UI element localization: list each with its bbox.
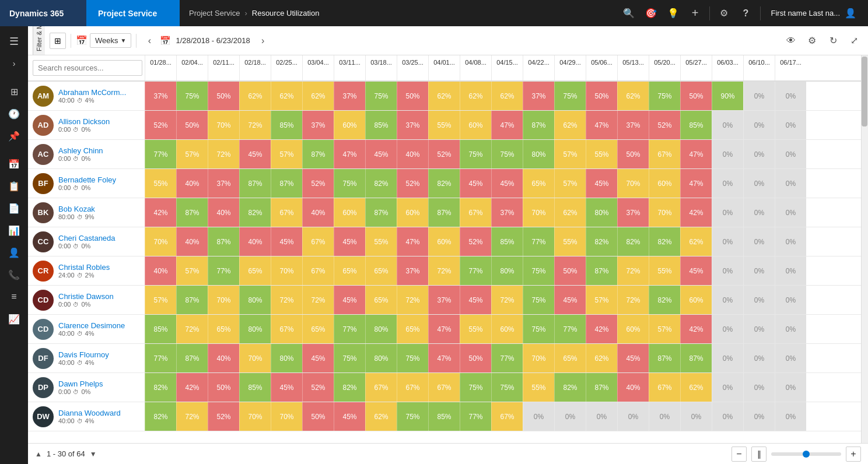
util-cell: 50% [586,82,617,110]
resource-row: DPDawn Phelps0:00⏱0%82%42%50%85%45%52%82… [28,373,861,402]
avatar: AC [33,144,54,165]
util-cell: 87% [586,373,617,402]
util-cell: 37% [523,82,554,110]
page-up-btn[interactable]: ▲ [35,450,42,458]
util-cell: 77% [460,402,491,431]
util-cell: 52% [428,140,460,168]
bulb-icon-btn[interactable]: 💡 [663,0,684,26]
util-cell: 60% [428,227,460,256]
util-cell: 50% [397,82,428,110]
col-header-11: 04/15... [491,55,523,80]
util-cell: 47% [428,315,460,343]
resource-name[interactable]: Christie Dawson [58,292,114,301]
util-cell: 55% [460,315,491,343]
sidebar-report-icon[interactable]: 📈 [2,308,26,329]
zoom-slider[interactable] [771,452,841,456]
util-cell: 87% [271,169,302,198]
util-cell: 60% [334,111,365,139]
util-cell: 37% [491,198,523,227]
resource-name[interactable]: Abraham McCorm... [58,88,126,97]
util-cell: 75% [554,82,586,110]
next-date-btn[interactable]: › [255,33,271,49]
search-resources-input[interactable] [33,60,142,76]
util-cell: 60% [397,198,428,227]
util-cell: 75% [491,140,523,168]
zoom-out-btn[interactable]: − [732,447,747,462]
util-cell: 50% [302,402,334,431]
resource-name[interactable]: Dawn Phelps [58,379,103,388]
util-cell: 45% [365,140,397,168]
sidebar-tasks-icon[interactable]: 📋 [2,175,26,196]
util-cell: 75% [491,373,523,402]
util-cell: 0% [523,402,554,431]
util-cell: 57% [145,286,176,314]
question-icon-btn[interactable]: ? [736,0,757,26]
util-cell: 82% [239,198,271,227]
util-cell: 60% [680,286,712,314]
util-cell: 85% [680,111,712,139]
util-cell: 72% [428,256,460,285]
weeks-dropdown[interactable]: Weeks ▼ [90,33,131,48]
sidebar-recent-icon[interactable]: 🕐 [2,103,26,124]
col-header-19: 06/10... [743,55,775,80]
sidebar-phone-icon[interactable]: 📞 [2,264,26,285]
resource-name[interactable]: Clarence Desimone [58,321,125,330]
sidebar-chart-icon[interactable]: 📊 [2,220,26,241]
util-cell: 70% [208,111,239,139]
util-cell: 85% [239,373,271,402]
util-cell: 60% [491,315,523,343]
util-cell: 47% [680,169,712,198]
sidebar-menu-icon[interactable]: ☰ [2,31,26,52]
prev-date-btn[interactable]: ‹ [141,33,158,49]
util-cell: 75% [365,82,397,110]
sidebar-docs-icon[interactable]: 📄 [2,198,26,219]
project-service-nav[interactable]: Project Service [86,0,180,26]
util-cell: 87% [428,198,460,227]
sidebar-pinned-icon[interactable]: 📌 [2,125,26,146]
eye-view-btn[interactable]: 👁 [782,31,800,50]
sidebar-home-icon[interactable]: ⊞ [2,81,26,102]
pause-btn[interactable]: ‖ [751,447,766,462]
date-range-icon: 📅 [160,36,171,46]
util-cell: 75% [649,82,680,110]
sidebar-person-icon[interactable]: 👤 [2,242,26,263]
dynamics-365-nav[interactable]: Dynamics 365 [0,0,86,26]
resource-name[interactable]: Dianna Woodward [58,409,121,417]
filter-map-view-tab[interactable]: Filter & Map View [33,26,45,55]
user-profile[interactable]: First name Last na... 👤 [764,0,864,26]
gear-icon-btn[interactable]: ⚙ [713,0,734,26]
settings-btn[interactable]: ⚙ [803,31,821,50]
resource-meta: 0:00⏱0% [58,184,116,191]
sidebar-expand-icon[interactable]: › [2,53,26,74]
util-cell: 0% [712,227,743,256]
resource-name[interactable]: Davis Flournoy [58,350,109,359]
sidebar-calendar-icon[interactable]: 📅 [2,153,26,174]
util-cell: 85% [428,402,460,431]
util-cell: 77% [208,256,239,285]
sidebar-list-icon[interactable]: ≡ [2,286,26,307]
util-cell: 72% [617,286,649,314]
resource-meta: 0:00⏱0% [58,155,103,162]
util-cell: 37% [145,82,176,110]
resource-name[interactable]: Bob Kozak [58,205,95,213]
zoom-in-btn[interactable]: + [846,447,861,462]
breadcrumb-item-1[interactable]: Project Service [189,9,240,17]
plus-icon-btn[interactable]: + [685,0,706,26]
dynamics-365-label: Dynamics 365 [9,9,64,18]
resource-name[interactable]: Bernadette Foley [58,175,116,184]
resource-name[interactable]: Cheri Castaneda [58,234,116,242]
refresh-btn[interactable]: ↻ [824,31,842,50]
util-cell: 62% [586,344,617,372]
grid-view-btn[interactable]: ⊞ [50,33,66,49]
util-cell: 60% [617,315,649,343]
util-cell: 85% [365,111,397,139]
search-icon-btn[interactable]: 🔍 [618,0,639,26]
resource-name[interactable]: Ashley Chinn [58,146,103,155]
util-cell: 45% [334,227,365,256]
target-icon-btn[interactable]: 🎯 [640,0,662,26]
util-cell: 0% [775,344,806,372]
page-down-btn[interactable]: ▼ [90,450,97,458]
expand-btn[interactable]: ⤢ [845,31,863,50]
resource-name[interactable]: Allison Dickson [58,117,110,126]
resource-name[interactable]: Christal Robles [58,263,110,272]
